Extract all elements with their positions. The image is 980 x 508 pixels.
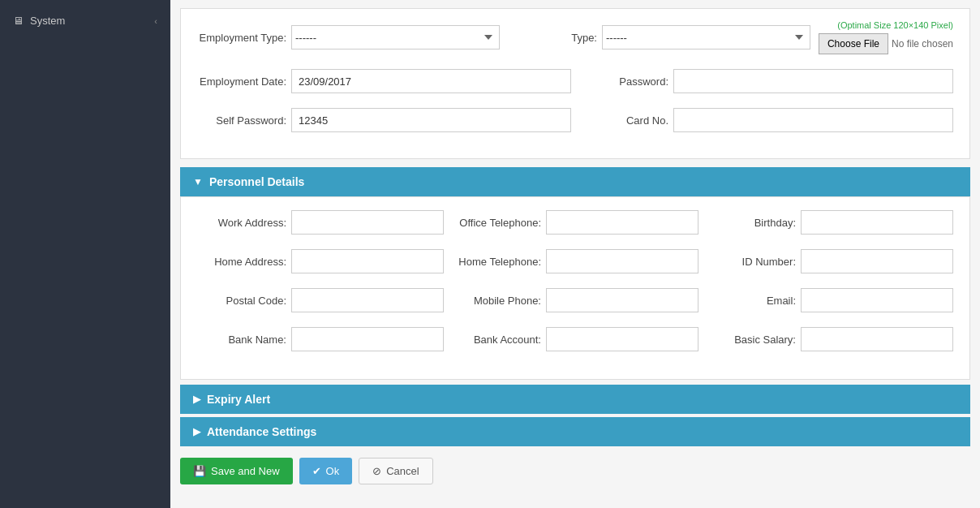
row-work-address: Work Address: Office Telephone: Birthday… [197,210,953,235]
group-mobile-phone: Mobile Phone: [452,288,698,312]
monitor-icon: 🖥 [13,15,24,27]
work-address-label: Work Address: [197,217,286,229]
group-employment-type: Employment Type: ------ [197,25,500,50]
group-employment-date: Employment Date: [197,69,571,93]
employment-date-label: Employment Date: [197,75,286,88]
home-address-input[interactable] [291,249,444,273]
ok-button[interactable]: ✔ Ok [299,458,353,484]
expiry-alert-header[interactable]: ▶ Expiry Alert [180,385,970,414]
basic-salary-label: Basic Salary: [707,334,796,346]
file-upload-area: (Optimal Size 120×140 Pixel) Choose File… [819,20,953,54]
home-telephone-input[interactable] [546,249,698,273]
group-card-no: Card No. [579,108,953,132]
group-work-address: Work Address: [197,210,444,235]
attendance-arrow-icon: ▶ [193,426,200,437]
save-and-new-button[interactable]: 💾 Save and New [180,458,293,484]
row-bank-name: Bank Name: Bank Account: Basic Salary: [197,327,953,351]
ok-check-icon: ✔ [312,465,321,477]
group-self-password: Self Password: [197,108,571,132]
group-email: Email: [707,288,953,312]
no-file-chosen-text: No file chosen [892,38,953,50]
file-hint-text: (Optimal Size 120×140 Pixel) [837,20,953,30]
bank-account-label: Bank Account: [452,334,541,346]
office-telephone-input[interactable] [546,210,698,235]
sidebar-collapse-icon[interactable]: ‹ [154,16,157,26]
top-form-section: Employment Type: ------ Type: ------ (Op… [180,8,970,159]
postal-code-label: Postal Code: [197,295,286,307]
main-content: Employment Type: ------ Type: ------ (Op… [170,0,980,508]
email-input[interactable] [801,288,953,312]
self-password-label: Self Password: [197,114,286,127]
group-bank-account: Bank Account: [452,327,698,351]
personnel-arrow-icon: ▼ [193,176,203,187]
choose-file-button[interactable]: Choose File [819,33,888,54]
basic-salary-input[interactable] [801,327,953,351]
bank-name-label: Bank Name: [197,334,286,346]
personnel-details-header[interactable]: ▼ Personnel Details [180,167,970,196]
sidebar-item-label: System [30,15,65,27]
office-telephone-label: Office Telephone: [452,217,541,229]
id-number-input[interactable] [801,249,953,273]
cancel-button[interactable]: ⊘ Cancel [359,458,432,484]
group-home-telephone: Home Telephone: [452,249,698,273]
personnel-details-title: Personnel Details [209,175,305,188]
birthday-input[interactable] [801,210,953,235]
employment-type-select[interactable]: ------ [291,25,500,50]
personnel-details-section: Work Address: Office Telephone: Birthday… [180,196,970,380]
group-birthday: Birthday: [707,210,953,235]
group-id-number: ID Number: [707,249,953,273]
card-no-label: Card No. [579,114,668,127]
bank-name-input[interactable] [291,327,444,351]
row-self-password: Self Password: Card No. [197,108,953,132]
save-icon: 💾 [193,465,206,477]
work-address-input[interactable] [291,210,444,235]
birthday-label: Birthday: [707,217,796,229]
attendance-settings-title: Attendance Settings [207,425,316,438]
row-employment-date: Employment Date: Password: [197,69,953,93]
type-label: Type: [508,32,597,44]
mobile-phone-label: Mobile Phone: [452,295,541,307]
ok-label: Ok [326,465,340,477]
row-employment-type: Employment Type: ------ Type: ------ (Op… [197,20,953,54]
row-postal-code: Postal Code: Mobile Phone: Email: [197,288,953,312]
group-postal-code: Postal Code: [197,288,444,312]
sidebar: 🖥 System ‹ [0,0,170,508]
file-input-row: Choose File No file chosen [819,33,953,54]
group-bank-name: Bank Name: [197,327,444,351]
email-label: Email: [707,295,796,307]
cancel-icon: ⊘ [372,465,381,477]
password-input[interactable] [673,69,953,93]
type-select[interactable]: ------ [602,25,810,50]
bank-account-input[interactable] [546,327,698,351]
group-type: Type: ------ [508,25,810,50]
mobile-phone-input[interactable] [546,288,698,312]
group-basic-salary: Basic Salary: [707,327,953,351]
group-office-telephone: Office Telephone: [452,210,698,235]
home-address-label: Home Address: [197,256,286,268]
group-home-address: Home Address: [197,249,444,273]
card-no-input[interactable] [673,108,953,132]
home-telephone-label: Home Telephone: [452,256,541,268]
expiry-arrow-icon: ▶ [193,394,200,405]
form-actions: 💾 Save and New ✔ Ok ⊘ Cancel [170,446,980,496]
sidebar-item-system[interactable]: 🖥 System ‹ [0,8,170,33]
postal-code-input[interactable] [291,288,444,312]
cancel-label: Cancel [386,465,419,477]
self-password-input[interactable] [291,108,571,132]
id-number-label: ID Number: [707,256,796,268]
password-label: Password: [579,75,668,88]
expiry-alert-title: Expiry Alert [207,393,270,406]
save-and-new-label: Save and New [211,465,280,477]
attendance-settings-header[interactable]: ▶ Attendance Settings [180,417,970,446]
employment-type-label: Employment Type: [197,32,286,44]
row-home-address: Home Address: Home Telephone: ID Number: [197,249,953,273]
group-password: Password: [579,69,953,93]
employment-date-input[interactable] [291,69,571,93]
